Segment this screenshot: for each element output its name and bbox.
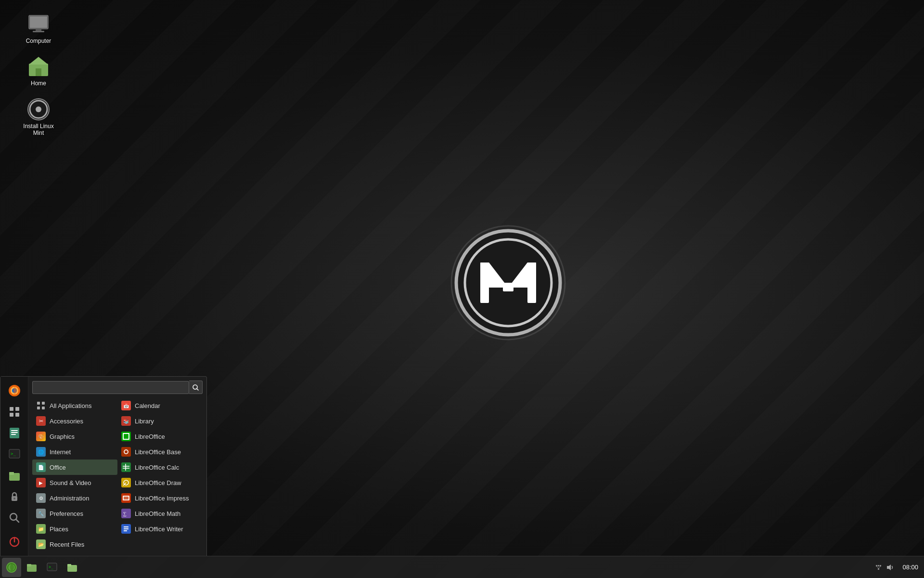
svg-rect-67	[124, 530, 127, 531]
svg-rect-23	[15, 407, 19, 411]
desktop-icons-container: Computer Home Install Linux Mint	[19, 10, 58, 140]
menu-item-library[interactable]: 📚 Library	[117, 413, 203, 429]
internet-icon: 🌐	[36, 447, 46, 457]
home-icon-label: Home	[31, 80, 46, 87]
svg-rect-79	[878, 568, 879, 570]
sidebar-icon-power[interactable]	[4, 532, 25, 552]
search-bar	[32, 381, 203, 394]
svg-line-41	[197, 389, 198, 390]
menu-item-office[interactable]: 📄 Office	[32, 460, 117, 475]
taskbar-files-button[interactable]	[22, 558, 41, 577]
menu-item-libreoffice-calc[interactable]: LibreOffice Calc	[117, 460, 203, 475]
libreoffice-impress-icon	[121, 493, 131, 503]
svg-text:>_: >_	[49, 565, 53, 569]
graphics-icon: 🎨	[36, 432, 46, 441]
svg-text:>_: >_	[11, 451, 16, 456]
desktop-icon-install[interactable]: Install Linux Mint	[19, 95, 58, 140]
menu-left-column: All Applications ✂ Accessories 🎨 Graphic…	[32, 398, 117, 552]
calendar-icon: 📅	[121, 401, 131, 410]
svg-rect-25	[15, 413, 19, 417]
svg-rect-43	[42, 402, 45, 405]
svg-text:∑: ∑	[123, 511, 127, 516]
sidebar-icon-files[interactable]	[4, 465, 25, 486]
svg-rect-71	[27, 564, 31, 566]
taskbar-left: >_	[0, 558, 82, 577]
menu-item-internet[interactable]: 🌐 Internet	[32, 444, 117, 460]
start-menu-sidebar: >_	[0, 377, 28, 556]
sidebar-icon-terminal[interactable]: >_	[4, 444, 25, 464]
taskbar-menu-button[interactable]	[2, 558, 21, 577]
systray	[874, 563, 894, 572]
preferences-icon: 🔧	[36, 509, 46, 518]
svg-rect-66	[124, 528, 128, 529]
volume-icon	[886, 563, 894, 572]
menu-item-places[interactable]: 📁 Places	[32, 521, 117, 537]
svg-marker-14	[29, 57, 48, 65]
computer-icon	[27, 13, 50, 36]
menu-item-accessories[interactable]: ✂ Accessories	[32, 413, 117, 429]
all-applications-icon	[36, 401, 46, 410]
menu-item-sound-video[interactable]: ▶ Sound & Video	[32, 475, 117, 490]
menu-item-all-applications[interactable]: All Applications	[32, 398, 117, 413]
svg-rect-15	[36, 68, 41, 76]
menu-item-libreoffice-impress[interactable]: LibreOffice Impress	[117, 490, 203, 506]
menu-item-libreoffice-math[interactable]: ∑ LibreOffice Math	[117, 506, 203, 521]
svg-point-18	[36, 106, 41, 112]
sidebar-icon-grid[interactable]	[4, 402, 25, 422]
svg-rect-10	[30, 16, 47, 28]
sidebar-icon-search[interactable]	[4, 508, 25, 528]
svg-rect-77	[878, 565, 879, 566]
svg-rect-22	[10, 407, 13, 411]
desktop-icon-computer[interactable]: Computer	[19, 10, 58, 47]
libreoffice-math-icon: ∑	[121, 509, 131, 518]
svg-rect-45	[42, 407, 45, 409]
svg-line-80	[877, 566, 879, 568]
menu-item-graphics[interactable]: 🎨 Graphics	[32, 429, 117, 444]
administration-icon: ⚙	[36, 493, 46, 503]
svg-rect-55	[125, 464, 126, 471]
search-button[interactable]	[189, 381, 203, 394]
menu-item-administration[interactable]: ⚙ Administration	[32, 490, 117, 506]
install-icon-label: Install Linux Mint	[22, 123, 55, 137]
svg-rect-24	[10, 413, 13, 417]
menu-item-libreoffice-draw[interactable]: LibreOffice Draw	[117, 475, 203, 490]
svg-rect-11	[36, 29, 41, 31]
menu-item-recent-files[interactable]: 📂 Recent Files	[32, 537, 117, 552]
mint-logo	[446, 220, 571, 345]
sidebar-icon-notes[interactable]	[4, 423, 25, 443]
svg-point-51	[125, 450, 128, 453]
menu-item-libreoffice-base[interactable]: LibreOffice Base	[117, 444, 203, 460]
computer-icon-label: Computer	[26, 38, 51, 44]
svg-rect-8	[503, 283, 513, 291]
svg-line-81	[879, 566, 881, 568]
taskbar-terminal-button[interactable]: >_	[42, 558, 62, 577]
menu-item-libreoffice[interactable]: LibreOffice	[117, 429, 203, 444]
taskbar-folder-button[interactable]	[63, 558, 82, 577]
recent-files-icon: 📂	[36, 539, 46, 549]
libreoffice-base-icon	[121, 447, 131, 457]
taskbar-right: 08:00	[874, 563, 924, 572]
start-menu-main: All Applications ✂ Accessories 🎨 Graphic…	[28, 377, 206, 556]
svg-marker-82	[887, 565, 891, 570]
desktop: Computer Home Install Linux Mint	[0, 0, 924, 578]
taskbar: >_	[0, 556, 924, 578]
network-icon	[874, 563, 883, 572]
menu-item-preferences[interactable]: 🔧 Preferences	[32, 506, 117, 521]
menu-item-calendar[interactable]: 📅 Calendar	[117, 398, 203, 413]
sound-video-icon: ▶	[36, 478, 46, 487]
sidebar-icon-firefox[interactable]	[4, 381, 25, 401]
sidebar-icon-lock[interactable]	[4, 486, 25, 507]
libreoffice-calc-icon	[121, 462, 131, 472]
start-menu: >_	[0, 376, 207, 556]
libreoffice-draw-icon	[121, 478, 131, 487]
svg-rect-48	[124, 434, 128, 439]
svg-rect-76	[876, 565, 877, 566]
search-input[interactable]	[32, 381, 189, 394]
svg-rect-75	[67, 564, 71, 566]
svg-rect-29	[11, 434, 16, 435]
desktop-icon-home[interactable]: Home	[19, 52, 58, 90]
svg-point-35	[13, 498, 15, 499]
libreoffice-icon	[121, 432, 131, 441]
taskbar-time: 08:00	[898, 564, 918, 571]
menu-item-libreoffice-writer[interactable]: LibreOffice Writer	[117, 521, 203, 537]
